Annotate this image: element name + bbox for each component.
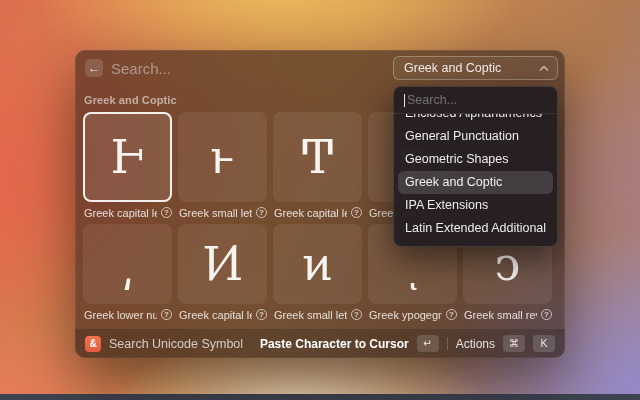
window-footer: & Search Unicode Symbol Paste Character … (75, 328, 565, 358)
symbol-cell[interactable]: Ͱ Greek capital le... ? (83, 112, 172, 219)
symbol-label: Greek capital le... (274, 207, 347, 219)
command-key-icon: ⌘ (503, 335, 525, 352)
symbol-tile[interactable]: Ͷ (178, 224, 267, 304)
symbol-label-row: Greek capital le... ? (273, 206, 362, 219)
menu-search-input[interactable]: Search... (394, 87, 557, 113)
menu-item[interactable]: Geometric Shapes (398, 148, 553, 171)
footer-actions: Paste Character to Cursor ↵ Actions ⌘ K (260, 335, 555, 352)
block-dropdown-menu: Search... Enclosed Alphanumerics General… (393, 86, 558, 247)
menu-item[interactable]: General Punctuation (398, 125, 553, 148)
symbol-tile[interactable]: Ͱ (83, 112, 172, 202)
symbol-label-row: Greek small lett... ? (273, 308, 362, 321)
symbol-label: Greek small lett... (179, 207, 252, 219)
symbol-glyph: Ͷ (202, 241, 242, 287)
help-icon[interactable]: ? (256, 207, 267, 218)
window-topbar: ← Search... Greek and Coptic (75, 50, 565, 86)
symbol-label-row: Greek small lett... ? (178, 206, 267, 219)
symbol-cell[interactable]: ͷ Greek small lett... ? (273, 224, 362, 321)
symbol-tile[interactable]: Ͳ (273, 112, 362, 202)
symbol-cell[interactable]: Ͳ Greek capital le... ? (273, 112, 362, 219)
symbol-glyph: ͺ (401, 241, 424, 287)
k-key-icon: K (533, 335, 555, 352)
actions-button[interactable]: Actions (456, 337, 495, 351)
screen-bottom-strip (0, 394, 640, 400)
symbol-label: Greek ypogegr... (369, 309, 442, 321)
symbol-label: Greek small lett... (274, 309, 347, 321)
symbol-label: Greek capital le... (179, 309, 252, 321)
help-icon[interactable]: ? (161, 309, 172, 320)
symbol-label-row: Greek capital le... ? (178, 308, 267, 321)
symbol-label-row: Greek lower nu... ? (83, 308, 172, 321)
menu-item[interactable]: Latin Extended Additional (398, 217, 553, 240)
symbol-label-row: Greek small rev... ? (463, 308, 552, 321)
symbol-glyph: ͵ (121, 241, 134, 287)
section-title: Greek and Coptic (84, 94, 177, 106)
symbol-label: Greek lower nu... (84, 309, 157, 321)
back-arrow-icon: ← (88, 62, 100, 74)
menu-item[interactable]: Enclosed Alphanumerics (398, 114, 553, 125)
unicode-search-window: ← Search... Greek and Coptic Greek and C… (75, 50, 565, 358)
footer-separator (447, 337, 448, 350)
app-label: Search Unicode Symbol (109, 337, 243, 351)
symbol-glyph: ͱ (210, 134, 234, 180)
symbol-cell[interactable]: ͱ Greek small lett... ? (178, 112, 267, 219)
menu-item[interactable]: Greek and Coptic (398, 171, 553, 194)
symbol-glyph: ͷ (302, 241, 333, 287)
text-caret (404, 94, 405, 107)
symbol-glyph: Ͱ (110, 134, 144, 180)
back-button[interactable]: ← (85, 59, 103, 77)
help-icon[interactable]: ? (351, 309, 362, 320)
symbol-glyph: ͻ (495, 241, 521, 287)
help-icon[interactable]: ? (351, 207, 362, 218)
help-icon[interactable]: ? (541, 309, 552, 320)
symbol-cell[interactable]: ͵ Greek lower nu... ? (83, 224, 172, 321)
menu-item[interactable]: IPA Extensions (398, 194, 553, 217)
block-dropdown-button[interactable]: Greek and Coptic (393, 56, 558, 80)
help-icon[interactable]: ? (446, 309, 457, 320)
help-icon[interactable]: ? (161, 207, 172, 218)
menu-item-list: Enclosed Alphanumerics General Punctuati… (398, 114, 553, 246)
main-search-input[interactable]: Search... (111, 60, 171, 77)
paste-character-action[interactable]: Paste Character to Cursor (260, 337, 409, 351)
block-dropdown-value: Greek and Coptic (404, 61, 539, 75)
unicode-extension-icon: & (85, 336, 101, 352)
help-icon[interactable]: ? (256, 309, 267, 320)
symbol-glyph: Ͳ (302, 134, 333, 180)
symbol-label: Greek capital le... (84, 207, 157, 219)
symbol-tile[interactable]: ͱ (178, 112, 267, 202)
symbol-label-row: Greek ypogegr... ? (368, 308, 457, 321)
menu-search-placeholder: Search... (407, 93, 457, 107)
symbol-label-row: Greek capital le... ? (83, 206, 172, 219)
desktop: ← Search... Greek and Coptic Greek and C… (0, 0, 640, 400)
symbol-tile[interactable]: ͷ (273, 224, 362, 304)
symbol-tile[interactable]: ͵ (83, 224, 172, 304)
menu-item[interactable]: Latin Extended-A (398, 240, 553, 246)
return-key-icon: ↵ (417, 335, 439, 352)
symbol-cell[interactable]: Ͷ Greek capital le... ? (178, 224, 267, 321)
menu-scroll-viewport[interactable]: Enclosed Alphanumerics General Punctuati… (394, 114, 557, 246)
symbol-label: Greek small rev... (464, 309, 537, 321)
chevron-up-icon (539, 65, 549, 72)
